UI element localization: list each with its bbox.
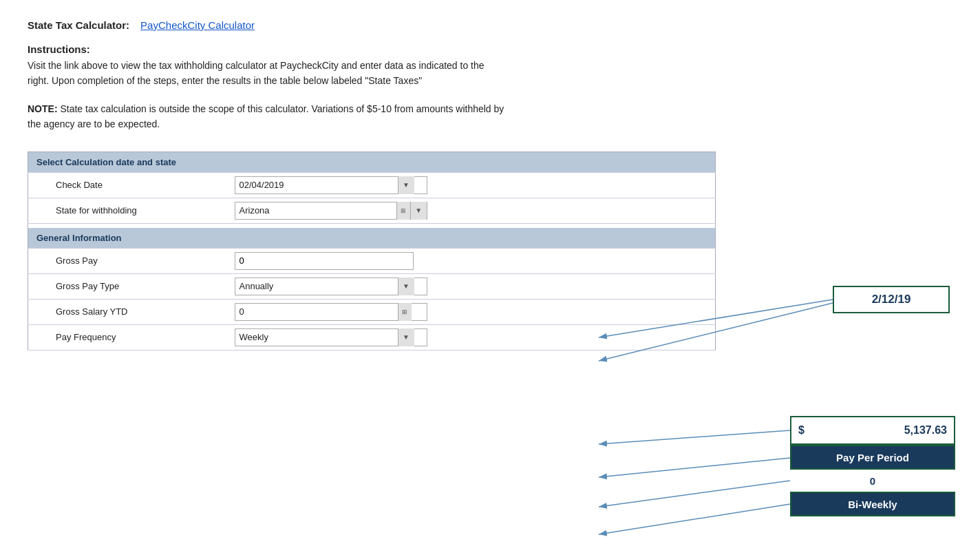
instructions-text: Visit the link above to view the tax wit…	[28, 58, 496, 89]
check-date-label: Check Date	[28, 172, 207, 198]
pay-frequency-row: Pay Frequency Weekly ▼	[28, 324, 716, 350]
gross-pay-label: Gross Pay	[28, 248, 207, 273]
per-period-label: Pay Per Period	[836, 452, 909, 463]
state-value: Arizona	[235, 202, 396, 220]
gross-salary-ytd-label: Gross Salary YTD	[28, 299, 207, 324]
title-row: State Tax Calculator: PayCheckCity Calcu…	[28, 19, 674, 31]
section-row-1: Select Calculation date and state	[28, 151, 716, 172]
per-period-annotation-box: Pay Per Period	[790, 445, 955, 470]
biweekly-label: Bi-Weekly	[848, 499, 897, 510]
date-annotation-box: 2/12/19	[833, 286, 950, 313]
gross-salary-ytd-input[interactable]: 0 ⊞	[235, 303, 427, 321]
page-title-label: State Tax Calculator:	[28, 19, 129, 31]
zero-annotation-box: 0	[790, 470, 955, 492]
state-row: State for withholding Arizona ⊞ ▼	[28, 198, 716, 223]
gross-salary-ytd-row: Gross Salary YTD 0 ⊞	[28, 299, 716, 324]
check-date-row: Check Date 02/04/2019 ▼	[28, 172, 716, 198]
note-text: State tax calculation is outside the sco…	[28, 103, 504, 129]
section-row-2: General Information	[28, 223, 716, 248]
note-label: NOTE:	[28, 103, 58, 114]
pay-frequency-dropdown-btn[interactable]: ▼	[398, 328, 414, 346]
gross-pay-type-value: Annually	[235, 278, 398, 295]
state-dropdown-btn[interactable]: ▼	[410, 202, 427, 220]
gross-pay-type-input[interactable]: Annually ▼	[235, 278, 427, 295]
date-annotation-value: 2/12/19	[872, 293, 911, 306]
pay-frequency-label: Pay Frequency	[28, 324, 207, 350]
svg-line-5	[599, 481, 790, 507]
gross-pay-row: Gross Pay	[28, 248, 716, 273]
state-input[interactable]: Arizona ⊞ ▼	[235, 202, 427, 220]
svg-line-3	[599, 430, 790, 444]
state-grid-icon[interactable]: ⊞	[396, 202, 410, 220]
section-header-1: Select Calculation date and state	[28, 152, 715, 172]
pay-dollar-sign: $	[798, 424, 805, 437]
note-block: NOTE: State tax calculation is outside t…	[28, 101, 509, 132]
form-table: Select Calculation date and state Check …	[28, 151, 716, 351]
biweekly-annotation-box: Bi-Weekly	[790, 492, 955, 516]
gross-pay-type-row: Gross Pay Type Annually ▼	[28, 273, 716, 299]
svg-line-6	[599, 504, 790, 534]
pay-frequency-value: Weekly	[235, 328, 398, 346]
pay-annotation-box: $ 5,137.63	[790, 416, 955, 445]
paycheckcity-link[interactable]: PayCheckCity Calculator	[140, 19, 255, 31]
pay-frequency-input[interactable]: Weekly ▼	[235, 328, 427, 346]
gross-pay-type-dropdown-btn[interactable]: ▼	[398, 278, 414, 295]
gross-salary-ytd-grid-icon[interactable]: ⊞	[398, 303, 412, 321]
instructions-heading: Instructions:	[28, 43, 674, 55]
section-header-2: General Information	[28, 228, 715, 248]
gross-salary-ytd-value: 0	[235, 303, 398, 321]
check-date-input[interactable]: 02/04/2019 ▼	[235, 176, 427, 194]
instructions-block: Instructions: Visit the link above to vi…	[28, 43, 674, 89]
gross-pay-type-label: Gross Pay Type	[28, 273, 207, 299]
zero-value: 0	[870, 475, 875, 487]
gross-pay-input[interactable]	[235, 252, 414, 270]
state-label: State for withholding	[28, 198, 207, 223]
svg-line-4	[599, 458, 790, 477]
check-date-dropdown-btn[interactable]: ▼	[398, 176, 414, 194]
pay-amount-value: 5,137.63	[904, 424, 947, 437]
check-date-value: 02/04/2019	[235, 176, 398, 194]
